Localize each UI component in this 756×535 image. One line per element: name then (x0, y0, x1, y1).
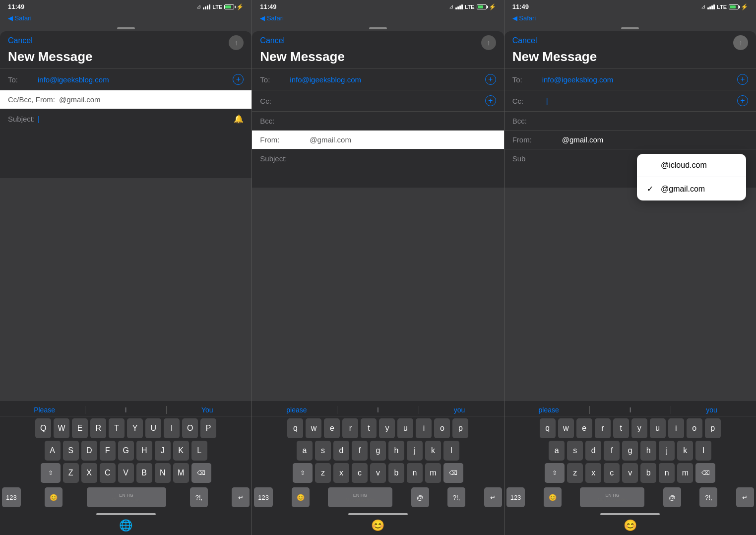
suggest-word-1a[interactable]: Please (4, 406, 85, 414)
key-d3[interactable]: d (585, 441, 601, 461)
key-a2[interactable]: a (297, 441, 313, 461)
compose-body-1[interactable] (0, 129, 252, 178)
suggest-word-3c[interactable]: you (671, 406, 752, 414)
safari-back-2[interactable]: ◀ Safari (252, 12, 504, 24)
key-w3[interactable]: w (558, 418, 574, 438)
from-value-2[interactable]: @gmail.com (290, 135, 496, 144)
cancel-button-3[interactable]: Cancel (512, 36, 537, 45)
key-123-3[interactable]: 123 (506, 487, 525, 507)
key-M[interactable]: M (173, 463, 189, 483)
key-c2[interactable]: c (352, 463, 368, 483)
key-x3[interactable]: x (585, 463, 601, 483)
send-button-3[interactable]: ↑ (733, 35, 748, 50)
to-value-2[interactable]: info@igeeksblog.com (290, 75, 485, 84)
safari-back-text-1[interactable]: ◀ Safari (8, 14, 32, 22)
key-y2[interactable]: y (379, 418, 395, 438)
from-value-3[interactable]: @gmail.com (542, 135, 748, 144)
key-A[interactable]: A (45, 441, 61, 461)
key-b3[interactable]: b (640, 463, 656, 483)
key-punct-2[interactable]: ?!, (447, 487, 465, 507)
key-a3[interactable]: a (549, 441, 565, 461)
to-add-button-2[interactable]: + (485, 74, 496, 85)
to-add-button-3[interactable]: + (737, 74, 748, 85)
key-n2[interactable]: n (407, 463, 423, 483)
key-y3[interactable]: y (631, 418, 647, 438)
key-R[interactable]: R (90, 418, 106, 438)
cc-field-2[interactable]: Cc: + (252, 90, 504, 111)
safari-back-1[interactable]: ◀ Safari (0, 12, 252, 24)
key-p3[interactable]: p (705, 418, 721, 438)
key-return-2[interactable]: ↵ (484, 487, 502, 507)
key-v3[interactable]: v (622, 463, 638, 483)
globe-icon-2[interactable]: 😊 (371, 519, 384, 532)
icloud-option[interactable]: @icloud.com (661, 161, 707, 170)
key-F[interactable]: F (100, 441, 116, 461)
key-C[interactable]: C (100, 463, 116, 483)
key-123-1[interactable]: 123 (2, 487, 21, 507)
to-field-2[interactable]: To: info@igeeksblog.com + (252, 68, 504, 90)
key-Q[interactable]: Q (35, 418, 51, 438)
to-field-1[interactable]: To: info@igeeksblog.com + (0, 68, 252, 90)
key-delete2[interactable]: ⌫ (443, 463, 463, 483)
to-field-3[interactable]: To: info@igeeksblog.com + (504, 68, 756, 90)
key-q2[interactable]: q (287, 418, 303, 438)
key-s2[interactable]: s (315, 441, 331, 461)
dropdown-item-icloud[interactable]: @icloud.com (637, 154, 746, 177)
key-x2[interactable]: x (333, 463, 349, 483)
suggest-word-3a[interactable]: please (508, 406, 589, 414)
send-button-2[interactable]: ↑ (481, 35, 496, 50)
key-B[interactable]: B (136, 463, 152, 483)
key-c3[interactable]: c (604, 463, 620, 483)
key-return-1[interactable]: ↵ (232, 487, 250, 507)
key-o2[interactable]: o (434, 418, 450, 438)
key-X[interactable]: X (81, 463, 97, 483)
send-button-1[interactable]: ↑ (229, 35, 244, 50)
key-emoji-3[interactable]: 😊 (544, 487, 562, 507)
key-123-2[interactable]: 123 (254, 487, 273, 507)
bcc-field-2[interactable]: Bcc: (252, 111, 504, 130)
key-J[interactable]: J (155, 441, 171, 461)
key-D[interactable]: D (81, 441, 97, 461)
key-I[interactable]: I (164, 418, 180, 438)
key-m2[interactable]: m (425, 463, 441, 483)
key-return-3[interactable]: ↵ (736, 487, 754, 507)
key-j2[interactable]: j (407, 441, 423, 461)
key-k3[interactable]: k (677, 441, 693, 461)
key-k2[interactable]: k (425, 441, 441, 461)
key-d2[interactable]: d (333, 441, 349, 461)
globe-icon-1[interactable]: 🌐 (119, 519, 132, 532)
key-h2[interactable]: h (388, 441, 404, 461)
cc-add-button-3[interactable]: + (737, 95, 748, 106)
bcc-field-3[interactable]: Bcc: (504, 111, 756, 130)
key-e2[interactable]: e (324, 418, 340, 438)
to-value-1[interactable]: info@igeeksblog.com (38, 75, 233, 84)
key-at-3[interactable]: @ (663, 487, 681, 507)
key-f2[interactable]: f (352, 441, 368, 461)
key-w2[interactable]: w (306, 418, 321, 438)
key-Y[interactable]: Y (127, 418, 143, 438)
key-p2[interactable]: p (452, 418, 468, 438)
from-field-2[interactable]: From: @gmail.com (252, 130, 504, 149)
key-G[interactable]: G (118, 441, 134, 461)
cc-value-3[interactable] (542, 97, 737, 105)
key-z3[interactable]: z (567, 463, 583, 483)
key-u2[interactable]: u (397, 418, 413, 438)
key-o3[interactable]: o (687, 418, 702, 438)
key-m3[interactable]: m (677, 463, 693, 483)
key-t2[interactable]: t (361, 418, 377, 438)
safari-back-text-2[interactable]: ◀ Safari (260, 14, 284, 22)
to-add-button-1[interactable]: + (233, 74, 244, 85)
suggest-word-2c[interactable]: you (419, 406, 500, 414)
key-E[interactable]: E (72, 418, 88, 438)
key-O[interactable]: O (182, 418, 198, 438)
key-h3[interactable]: h (640, 441, 656, 461)
key-i3[interactable]: i (668, 418, 684, 438)
key-r2[interactable]: r (342, 418, 358, 438)
key-shift[interactable]: ⇧ (41, 463, 61, 483)
safari-back-text-3[interactable]: ◀ Safari (512, 14, 536, 22)
key-b2[interactable]: b (388, 463, 404, 483)
key-g2[interactable]: g (370, 441, 386, 461)
cancel-button-1[interactable]: Cancel (8, 36, 33, 45)
safari-back-3[interactable]: ◀ Safari (504, 12, 756, 24)
key-s3[interactable]: s (567, 441, 583, 461)
